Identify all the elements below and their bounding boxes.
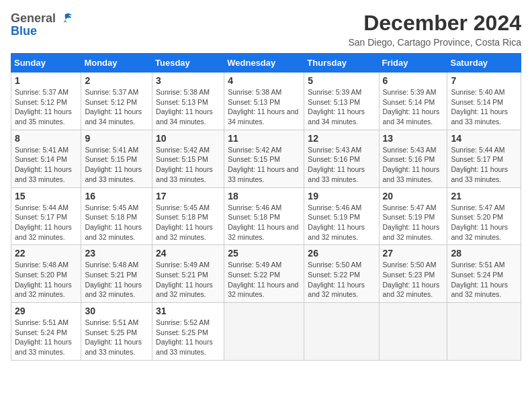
sunrise-text: Sunrise: 5:40 AM <box>451 88 504 96</box>
day-number: 31 <box>156 306 220 316</box>
day-info: Sunrise: 5:51 AM Sunset: 5:24 PM Dayligh… <box>451 260 517 300</box>
daylight-text: Daylight: 11 hours and 32 minutes. <box>308 223 365 241</box>
calendar-week-3: 15 Sunrise: 5:44 AM Sunset: 5:17 PM Dayl… <box>11 187 521 245</box>
day-info: Sunrise: 5:42 AM Sunset: 5:15 PM Dayligh… <box>156 145 220 185</box>
daylight-text: Daylight: 11 hours and 34 minutes. <box>156 107 213 126</box>
calendar-cell: 9 Sunrise: 5:41 AM Sunset: 5:15 PM Dayli… <box>81 130 152 187</box>
day-number: 22 <box>15 248 77 259</box>
sunset-text: Sunset: 5:25 PM <box>85 328 137 336</box>
sunrise-text: Sunrise: 5:45 AM <box>85 203 138 212</box>
day-number: 7 <box>451 75 517 86</box>
calendar-cell: 30 Sunrise: 5:51 AM Sunset: 5:25 PM Dayl… <box>81 303 152 361</box>
sunset-text: Sunset: 5:25 PM <box>156 328 208 336</box>
calendar-body: 1 Sunrise: 5:37 AM Sunset: 5:12 PM Dayli… <box>11 73 521 361</box>
day-number: 30 <box>85 306 148 316</box>
page-subtitle: San Diego, Cartago Province, Costa Rica <box>348 37 521 48</box>
day-info: Sunrise: 5:41 AM Sunset: 5:14 PM Dayligh… <box>15 145 77 185</box>
day-info: Sunrise: 5:47 AM Sunset: 5:19 PM Dayligh… <box>383 203 444 242</box>
calendar-cell: 8 Sunrise: 5:41 AM Sunset: 5:14 PM Dayli… <box>11 130 81 187</box>
sunrise-text: Sunrise: 5:50 AM <box>383 261 437 269</box>
calendar-week-5: 29 Sunrise: 5:51 AM Sunset: 5:24 PM Dayl… <box>11 303 521 361</box>
day-info: Sunrise: 5:39 AM Sunset: 5:14 PM Dayligh… <box>383 87 444 127</box>
logo-general-text: General <box>11 11 56 26</box>
calendar-cell: 14 Sunrise: 5:44 AM Sunset: 5:17 PM Dayl… <box>447 130 521 187</box>
daylight-text: Daylight: 11 hours and 33 minutes. <box>15 338 72 356</box>
calendar-cell: 26 Sunrise: 5:50 AM Sunset: 5:22 PM Dayl… <box>304 245 379 303</box>
sunset-text: Sunset: 5:21 PM <box>85 271 137 279</box>
daylight-text: Daylight: 11 hours and 35 minutes. <box>15 107 72 126</box>
day-number: 4 <box>228 75 300 86</box>
daylight-text: Daylight: 11 hours and 32 minutes. <box>451 223 508 241</box>
daylight-text: Daylight: 11 hours and 32 minutes. <box>383 281 440 299</box>
calendar-cell: 13 Sunrise: 5:43 AM Sunset: 5:16 PM Dayl… <box>379 130 447 187</box>
calendar-cell: 19 Sunrise: 5:46 AM Sunset: 5:19 PM Dayl… <box>304 187 379 245</box>
day-info: Sunrise: 5:48 AM Sunset: 5:20 PM Dayligh… <box>15 260 77 300</box>
day-info: Sunrise: 5:46 AM Sunset: 5:18 PM Dayligh… <box>228 203 300 242</box>
day-number: 16 <box>85 191 148 201</box>
day-number: 11 <box>228 133 300 144</box>
daylight-text: Daylight: 11 hours and 32 minutes. <box>85 223 142 241</box>
day-number: 10 <box>156 133 220 144</box>
day-number: 20 <box>383 191 444 201</box>
sunset-text: Sunset: 5:22 PM <box>228 271 280 279</box>
day-number: 3 <box>156 75 220 86</box>
calendar-cell <box>304 303 379 361</box>
daylight-text: Daylight: 11 hours and 33 minutes. <box>308 165 365 183</box>
day-number: 12 <box>308 133 375 144</box>
sunset-text: Sunset: 5:13 PM <box>308 98 360 106</box>
sunrise-text: Sunrise: 5:43 AM <box>383 146 437 154</box>
sunrise-text: Sunrise: 5:51 AM <box>15 318 69 326</box>
sunset-text: Sunset: 5:15 PM <box>228 155 280 163</box>
sunset-text: Sunset: 5:16 PM <box>383 155 435 163</box>
day-info: Sunrise: 5:48 AM Sunset: 5:21 PM Dayligh… <box>85 260 148 300</box>
daylight-text: Daylight: 11 hours and 34 minutes. <box>308 107 365 126</box>
day-number: 23 <box>85 248 148 259</box>
daylight-text: Daylight: 11 hours and 32 minutes. <box>451 281 508 299</box>
logo-blue-text: Blue <box>11 24 73 38</box>
sunset-text: Sunset: 5:20 PM <box>15 271 67 279</box>
page-header: General Blue December 2024 San Diego, Ca… <box>11 11 521 48</box>
day-info: Sunrise: 5:45 AM Sunset: 5:18 PM Dayligh… <box>85 203 148 242</box>
sunset-text: Sunset: 5:12 PM <box>15 98 67 106</box>
daylight-text: Daylight: 11 hours and 32 minutes. <box>228 223 298 241</box>
day-info: Sunrise: 5:47 AM Sunset: 5:20 PM Dayligh… <box>451 203 517 242</box>
day-info: Sunrise: 5:42 AM Sunset: 5:15 PM Dayligh… <box>228 145 300 185</box>
col-monday: Monday <box>81 54 152 73</box>
page-title: December 2024 <box>348 11 521 36</box>
day-info: Sunrise: 5:51 AM Sunset: 5:25 PM Dayligh… <box>85 318 148 357</box>
day-number: 27 <box>383 248 444 259</box>
sunrise-text: Sunrise: 5:48 AM <box>85 261 138 269</box>
calendar-cell: 25 Sunrise: 5:49 AM Sunset: 5:22 PM Dayl… <box>224 245 304 303</box>
sunrise-text: Sunrise: 5:45 AM <box>156 203 210 212</box>
day-number: 24 <box>156 248 220 259</box>
calendar-cell: 18 Sunrise: 5:46 AM Sunset: 5:18 PM Dayl… <box>224 187 304 245</box>
day-number: 9 <box>85 133 148 144</box>
sunrise-text: Sunrise: 5:49 AM <box>228 261 281 269</box>
daylight-text: Daylight: 11 hours and 33 minutes. <box>451 165 508 183</box>
sunrise-text: Sunrise: 5:47 AM <box>383 203 437 212</box>
day-number: 15 <box>15 191 77 201</box>
daylight-text: Daylight: 11 hours and 32 minutes. <box>156 223 213 241</box>
calendar-cell: 2 Sunrise: 5:37 AM Sunset: 5:12 PM Dayli… <box>81 73 152 130</box>
sunrise-text: Sunrise: 5:37 AM <box>85 88 138 96</box>
day-number: 13 <box>383 133 444 144</box>
sunset-text: Sunset: 5:12 PM <box>85 98 137 106</box>
sunset-text: Sunset: 5:14 PM <box>383 98 435 106</box>
daylight-text: Daylight: 11 hours and 33 minutes. <box>15 165 72 183</box>
sunset-text: Sunset: 5:15 PM <box>85 155 137 163</box>
daylight-text: Daylight: 11 hours and 33 minutes. <box>85 338 142 356</box>
sunset-text: Sunset: 5:23 PM <box>383 271 435 279</box>
sunset-text: Sunset: 5:19 PM <box>308 213 360 221</box>
day-number: 8 <box>15 133 77 144</box>
sunrise-text: Sunrise: 5:44 AM <box>451 146 504 154</box>
sunset-text: Sunset: 5:19 PM <box>383 213 435 221</box>
calendar-cell: 4 Sunrise: 5:38 AM Sunset: 5:13 PM Dayli… <box>224 73 304 130</box>
calendar-week-2: 8 Sunrise: 5:41 AM Sunset: 5:14 PM Dayli… <box>11 130 521 187</box>
day-number: 25 <box>228 248 300 259</box>
sunrise-text: Sunrise: 5:43 AM <box>308 146 361 154</box>
col-friday: Friday <box>379 54 447 73</box>
day-number: 6 <box>383 75 444 86</box>
day-info: Sunrise: 5:51 AM Sunset: 5:24 PM Dayligh… <box>15 318 77 357</box>
sunset-text: Sunset: 5:17 PM <box>451 155 503 163</box>
calendar-week-1: 1 Sunrise: 5:37 AM Sunset: 5:12 PM Dayli… <box>11 73 521 130</box>
